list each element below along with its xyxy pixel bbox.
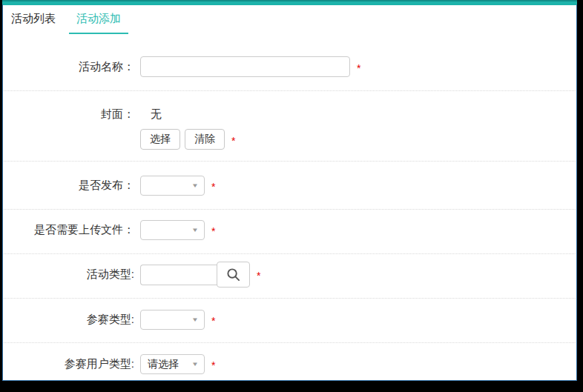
row-separator <box>4 161 576 162</box>
top-accent-bar <box>2 0 577 5</box>
row-separator <box>4 298 576 299</box>
entry-user-type-select-value: 请选择 <box>148 358 179 371</box>
activity-name-label: 活动名称： <box>2 60 134 74</box>
form-row-cover: 封面： 无 <box>2 107 162 121</box>
entry-user-type-label: 参赛用户类型: <box>2 357 134 371</box>
chevron-down-icon: ▼ <box>191 227 199 233</box>
form-row-upload-file: 是否需要上传文件： ▼ * <box>2 219 215 241</box>
row-separator <box>4 342 576 343</box>
chevron-down-icon: ▼ <box>191 317 199 323</box>
publish-select[interactable]: ▼ <box>140 176 205 196</box>
cover-clear-button[interactable]: 清除 <box>185 129 225 150</box>
entry-type-label: 参赛类型: <box>2 313 134 327</box>
form-row-activity-name: 活动名称： * <box>2 56 360 78</box>
chevron-down-icon: ▼ <box>191 362 199 368</box>
publish-label: 是否发布： <box>2 179 134 193</box>
upload-file-select[interactable]: ▼ <box>140 220 205 240</box>
search-icon <box>226 268 240 282</box>
page-content: 活动列表 活动添加 活动名称： * 封面： 无 选择 清除 * 是否发布： <box>2 0 577 381</box>
required-marker: * <box>257 270 260 282</box>
form-row-entry-user-type: 参赛用户类型: 请选择 ▼ * <box>2 353 215 375</box>
app-window: 活动列表 活动添加 活动名称： * 封面： 无 选择 清除 * 是否发布： <box>0 0 583 392</box>
required-marker: * <box>211 181 215 193</box>
required-marker: * <box>211 359 215 371</box>
row-separator <box>4 253 576 254</box>
tab-activity-add[interactable]: 活动添加 <box>69 12 128 34</box>
activity-type-search-button[interactable] <box>217 262 250 288</box>
required-marker: * <box>211 225 215 237</box>
required-marker: * <box>211 315 215 327</box>
chevron-down-icon: ▼ <box>191 183 199 189</box>
row-separator <box>4 209 576 210</box>
form-row-activity-type: 活动类型: * <box>2 262 260 288</box>
activity-type-label: 活动类型: <box>2 268 134 282</box>
activity-type-input[interactable] <box>140 265 217 285</box>
upload-file-label: 是否需要上传文件： <box>2 223 134 237</box>
row-separator <box>4 90 576 91</box>
cover-empty-value: 无 <box>151 107 162 122</box>
activity-name-input[interactable] <box>140 56 350 77</box>
entry-user-type-select[interactable]: 请选择 ▼ <box>140 354 205 374</box>
tab-activity-list[interactable]: 活动列表 <box>11 12 56 33</box>
required-marker: * <box>231 135 235 147</box>
cover-actions: 选择 清除 * <box>140 129 235 150</box>
entry-type-select[interactable]: ▼ <box>140 310 205 330</box>
activity-type-search-group <box>140 262 250 288</box>
cover-choose-button[interactable]: 选择 <box>140 129 180 150</box>
form-row-entry-type: 参赛类型: ▼ * <box>2 309 215 330</box>
required-marker: * <box>357 62 360 74</box>
form-row-publish: 是否发布： ▼ * <box>2 175 215 196</box>
tab-bar: 活动列表 活动添加 <box>11 12 128 34</box>
cover-label: 封面： <box>2 107 134 122</box>
